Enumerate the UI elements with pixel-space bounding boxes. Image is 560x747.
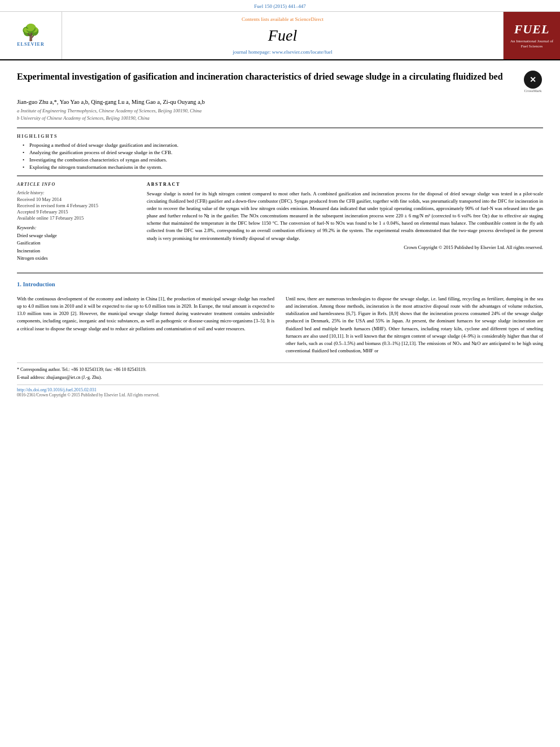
affiliation-a: a Institute of Engineering Thermophysics… (17, 107, 543, 115)
highlight-item-1: Proposing a method of dried sewage sludg… (23, 142, 543, 148)
doi-link[interactable]: http://dx.doi.org/10.1016/j.fuel.2015.02… (17, 387, 543, 392)
article-title: Experimental investigation of gasificati… (17, 71, 517, 83)
abstract-copyright: Crown Copyright © 2015 Published by Else… (147, 244, 543, 250)
article-title-section: Experimental investigation of gasificati… (17, 71, 543, 93)
keywords-section: Keywords: Dried sewage sludge Gasificati… (17, 225, 135, 263)
fuel-logo-text: FUEL (514, 22, 550, 37)
crossmark-label: CrossMark (524, 89, 541, 93)
footer-bar: http://dx.doi.org/10.1016/j.fuel.2015.02… (17, 385, 543, 397)
article-info-abstract-layout: ARTICLE INFO Article history: Received 1… (17, 182, 543, 268)
keyword-1: Dried sewage sludge (17, 232, 135, 240)
elsevier-logo-image: 🌳 ELSEVIER (8, 20, 54, 51)
abstract-column: ABSTRACT Sewage sludge is noted for its … (147, 182, 543, 268)
intro-section: 1. Introduction With the continuous deve… (17, 281, 543, 355)
history-label: Article history: (17, 190, 135, 195)
accepted-date: Accepted 9 February 2015 (17, 209, 135, 215)
revised-date: Received in revised form 4 February 2015 (17, 203, 135, 208)
journal-header: 🌳 ELSEVIER Contents lists available at S… (0, 12, 560, 60)
available-date: Available online 17 February 2015 (17, 215, 135, 221)
article-info-section: ARTICLE INFO Article history: Received 1… (17, 182, 135, 263)
fuel-logo-box: FUEL An International Journal of Fuel Sc… (504, 12, 560, 59)
abstract-label: ABSTRACT (147, 182, 543, 187)
citation-text: Fuel 150 (2015) 441–447 (254, 3, 306, 9)
highlights-section: HIGHLIGHTS Proposing a method of dried s… (17, 134, 543, 170)
intro-left-text: With the continuous development of the e… (17, 295, 274, 333)
intro-left-col: With the continuous development of the e… (17, 295, 274, 355)
divider-after-highlights (17, 176, 543, 176)
keyword-3: Incineration (17, 247, 135, 255)
elsevier-logo: 🌳 ELSEVIER (0, 12, 62, 59)
journal-center: Contents lists available at ScienceDirec… (62, 12, 504, 59)
keywords-list: Dried sewage sludge Gasification Inciner… (17, 232, 135, 263)
journal-homepage: journal homepage: www.elsevier.com/locat… (233, 49, 332, 55)
abstract-text: Sewage sludge is noted for its high nitr… (147, 190, 543, 242)
sciencedirect-link: Contents lists available at ScienceDirec… (242, 16, 323, 22)
elsevier-tree-icon: 🌳 (21, 25, 41, 41)
elsevier-wordmark: ELSEVIER (17, 42, 44, 47)
divider-after-affiliations (17, 128, 543, 128)
issn-text: 0016-2361/Crown Copyright © 2015 Publish… (17, 392, 543, 397)
authors: Jian-guo Zhu a,*, Yao Yao a,b, Qing-gang… (17, 99, 543, 105)
highlights-list: Proposing a method of dried sewage sludg… (23, 142, 543, 170)
authors-text: Jian-guo Zhu a,*, Yao Yao a,b, Qing-gang… (17, 99, 205, 105)
received-date: Received 10 May 2014 (17, 196, 135, 202)
highlight-item-4: Exploring the nitrogen transformation me… (23, 164, 543, 170)
email-footnote: E-mail address: zhujianguo@iet.cn (J.-g.… (17, 374, 543, 381)
homepage-url[interactable]: www.elsevier.com/locate/fuel (272, 49, 333, 55)
fuel-logo-subtitle: An International Journal of Fuel Science… (508, 39, 555, 49)
intro-right-text: Until now, there are numerous technologi… (286, 295, 543, 355)
keyword-4: Nitrogen oxides (17, 255, 135, 263)
affiliations: a Institute of Engineering Thermophysics… (17, 107, 543, 122)
highlights-label: HIGHLIGHTS (17, 134, 543, 139)
highlight-item-2: Analyzing the gasification process of dr… (23, 150, 543, 155)
homepage-label: journal homepage: (233, 49, 270, 55)
keyword-2: Gasification (17, 239, 135, 247)
contents-available-text: Contents lists available at (242, 16, 294, 22)
highlight-item-3: Investigating the combustion characteris… (23, 157, 543, 163)
crossmark: ✕ CrossMark (523, 71, 543, 93)
abstract-section: ABSTRACT Sewage sludge is noted for its … (147, 182, 543, 250)
keywords-label: Keywords: (17, 225, 135, 230)
intro-right-col: Until now, there are numerous technologi… (286, 295, 543, 355)
intro-two-col: With the continuous development of the e… (17, 295, 543, 355)
sciencedirect-name[interactable]: ScienceDirect (295, 16, 323, 22)
crossmark-icon: ✕ (524, 71, 542, 89)
divider-before-intro (17, 273, 543, 273)
intro-heading: 1. Introduction (17, 281, 543, 287)
article-history: Article history: Received 10 May 2014 Re… (17, 190, 135, 221)
article-info-label: ARTICLE INFO (17, 182, 135, 187)
affiliation-b: b University of Chinese Academy of Scien… (17, 115, 543, 122)
journal-name: Fuel (268, 27, 297, 45)
article-content: Experimental investigation of gasificati… (0, 60, 560, 404)
corresponding-footnote: * Corresponding author. Tel.: +86 10 825… (17, 366, 543, 373)
article-info-column: ARTICLE INFO Article history: Received 1… (17, 182, 135, 268)
footnotes: * Corresponding author. Tel.: +86 10 825… (17, 362, 543, 381)
citation-bar: Fuel 150 (2015) 441–447 (0, 0, 560, 12)
